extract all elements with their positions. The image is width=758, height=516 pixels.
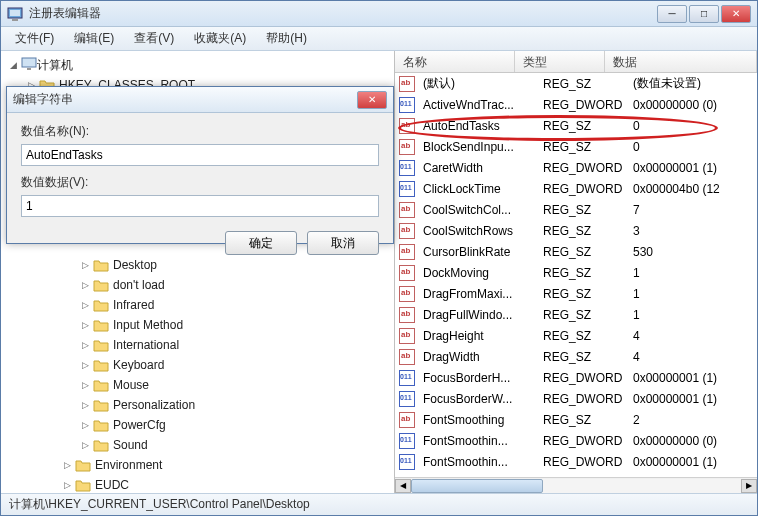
tree-item[interactable]: ▷Environment xyxy=(1,455,394,475)
scroll-thumb[interactable] xyxy=(411,479,543,493)
list-row[interactable]: FontSmoothin...REG_DWORD0x00000000 (0) xyxy=(395,430,757,451)
list-row[interactable]: ClickLockTimeREG_DWORD0x000004b0 (12 xyxy=(395,178,757,199)
list-row[interactable]: FontSmoothingREG_SZ2 xyxy=(395,409,757,430)
tree-item[interactable]: ▷PowerCfg xyxy=(1,415,394,435)
list-row[interactable]: DragHeightREG_SZ4 xyxy=(395,325,757,346)
col-header-data[interactable]: 数据 xyxy=(605,51,757,72)
folder-icon xyxy=(93,358,109,372)
list-row[interactable]: CursorBlinkRateREG_SZ530 xyxy=(395,241,757,262)
expander-icon[interactable]: ▷ xyxy=(79,299,91,311)
tree-item[interactable]: ▷Personalization xyxy=(1,395,394,415)
col-header-name[interactable]: 名称 xyxy=(395,51,515,72)
dialog-body: 数值名称(N): 数值数据(V): 确定 取消 xyxy=(7,113,393,265)
tree-item[interactable]: ▷Mouse xyxy=(1,375,394,395)
scroll-track[interactable] xyxy=(411,479,741,493)
tree-item[interactable]: ▷Sound xyxy=(1,435,394,455)
value-type: REG_SZ xyxy=(539,119,629,133)
expander-icon[interactable]: ▷ xyxy=(79,399,91,411)
string-value-icon xyxy=(399,118,415,134)
tree-item[interactable]: ▷don't load xyxy=(1,275,394,295)
expander-icon[interactable]: ▷ xyxy=(61,459,73,471)
value-data: 0x00000000 (0) xyxy=(629,98,757,112)
folder-icon xyxy=(93,398,109,412)
dialog-title: 编辑字符串 xyxy=(13,91,357,108)
dword-value-icon xyxy=(399,391,415,407)
expander-icon[interactable]: ▷ xyxy=(79,339,91,351)
close-button[interactable]: ✕ xyxy=(721,5,751,23)
value-type: REG_DWORD xyxy=(539,98,629,112)
list-row[interactable]: CaretWidthREG_DWORD0x00000001 (1) xyxy=(395,157,757,178)
tree-label: Personalization xyxy=(113,398,195,412)
value-data-input[interactable] xyxy=(21,195,379,217)
svg-rect-4 xyxy=(27,68,31,70)
list-row[interactable]: CoolSwitchCol...REG_SZ7 xyxy=(395,199,757,220)
value-data: 4 xyxy=(629,350,757,364)
value-data-label: 数值数据(V): xyxy=(21,174,379,191)
horizontal-scrollbar[interactable]: ◀ ▶ xyxy=(395,477,757,493)
tree-root[interactable]: ◢ 计算机 xyxy=(1,55,394,75)
cancel-button[interactable]: 取消 xyxy=(307,231,379,255)
string-value-icon xyxy=(399,202,415,218)
value-name: AutoEndTasks xyxy=(419,119,539,133)
list-row[interactable]: DragFromMaxi...REG_SZ1 xyxy=(395,283,757,304)
list-row[interactable]: FontSmoothin...REG_DWORD0x00000001 (1) xyxy=(395,451,757,472)
tree-item[interactable]: ▷Infrared xyxy=(1,295,394,315)
list-row[interactable]: AutoEndTasksREG_SZ0 xyxy=(395,115,757,136)
expander-icon[interactable]: ▷ xyxy=(79,279,91,291)
value-type: REG_SZ xyxy=(539,287,629,301)
list-row[interactable]: CoolSwitchRowsREG_SZ3 xyxy=(395,220,757,241)
value-type: REG_DWORD xyxy=(539,161,629,175)
list-row[interactable]: DockMovingREG_SZ1 xyxy=(395,262,757,283)
list-row[interactable]: ActiveWndTrac...REG_DWORD0x00000000 (0) xyxy=(395,94,757,115)
ok-button[interactable]: 确定 xyxy=(225,231,297,255)
value-type: REG_SZ xyxy=(539,77,629,91)
value-data: 530 xyxy=(629,245,757,259)
scroll-left-icon[interactable]: ◀ xyxy=(395,479,411,493)
tree-item[interactable]: ▷Keyboard xyxy=(1,355,394,375)
folder-icon xyxy=(93,318,109,332)
value-type: REG_DWORD xyxy=(539,371,629,385)
menu-file[interactable]: 文件(F) xyxy=(5,27,64,50)
menu-favorites[interactable]: 收藏夹(A) xyxy=(184,27,256,50)
value-type: REG_SZ xyxy=(539,308,629,322)
maximize-button[interactable]: □ xyxy=(689,5,719,23)
list-row[interactable]: FocusBorderH...REG_DWORD0x00000001 (1) xyxy=(395,367,757,388)
tree-item[interactable]: ▷EUDC xyxy=(1,475,394,493)
string-value-icon xyxy=(399,76,415,92)
expander-icon[interactable]: ▷ xyxy=(61,479,73,491)
value-name: FocusBorderH... xyxy=(419,371,539,385)
list-row[interactable]: DragWidthREG_SZ4 xyxy=(395,346,757,367)
value-type: REG_DWORD xyxy=(539,455,629,469)
list-row[interactable]: (默认)REG_SZ(数值未设置) xyxy=(395,73,757,94)
value-type: REG_SZ xyxy=(539,329,629,343)
expander-icon[interactable]: ◢ xyxy=(7,59,19,71)
expander-icon[interactable]: ▷ xyxy=(79,439,91,451)
value-type: REG_SZ xyxy=(539,350,629,364)
string-value-icon xyxy=(399,412,415,428)
value-type: REG_SZ xyxy=(539,413,629,427)
tree-item[interactable]: ▷Input Method xyxy=(1,315,394,335)
tree-item[interactable]: ▷International xyxy=(1,335,394,355)
expander-icon[interactable]: ▷ xyxy=(79,319,91,331)
dialog-titlebar[interactable]: 编辑字符串 ✕ xyxy=(7,87,393,113)
expander-icon[interactable]: ▷ xyxy=(79,419,91,431)
value-name: CursorBlinkRate xyxy=(419,245,539,259)
string-value-icon xyxy=(399,223,415,239)
expander-icon[interactable]: ▷ xyxy=(79,359,91,371)
menu-help[interactable]: 帮助(H) xyxy=(256,27,317,50)
list-row[interactable]: DragFullWindo...REG_SZ1 xyxy=(395,304,757,325)
folder-icon xyxy=(75,458,91,472)
menu-edit[interactable]: 编辑(E) xyxy=(64,27,124,50)
expander-icon[interactable]: ▷ xyxy=(79,379,91,391)
menu-view[interactable]: 查看(V) xyxy=(124,27,184,50)
list-row[interactable]: FocusBorderW...REG_DWORD0x00000001 (1) xyxy=(395,388,757,409)
tree-label: International xyxy=(113,338,179,352)
dialog-close-button[interactable]: ✕ xyxy=(357,91,387,109)
list-body[interactable]: (默认)REG_SZ(数值未设置)ActiveWndTrac...REG_DWO… xyxy=(395,73,757,477)
value-name: FontSmoothin... xyxy=(419,434,539,448)
main-titlebar[interactable]: 注册表编辑器 ─ □ ✕ xyxy=(1,1,757,27)
col-header-type[interactable]: 类型 xyxy=(515,51,605,72)
minimize-button[interactable]: ─ xyxy=(657,5,687,23)
scroll-right-icon[interactable]: ▶ xyxy=(741,479,757,493)
list-row[interactable]: BlockSendInpu...REG_SZ0 xyxy=(395,136,757,157)
